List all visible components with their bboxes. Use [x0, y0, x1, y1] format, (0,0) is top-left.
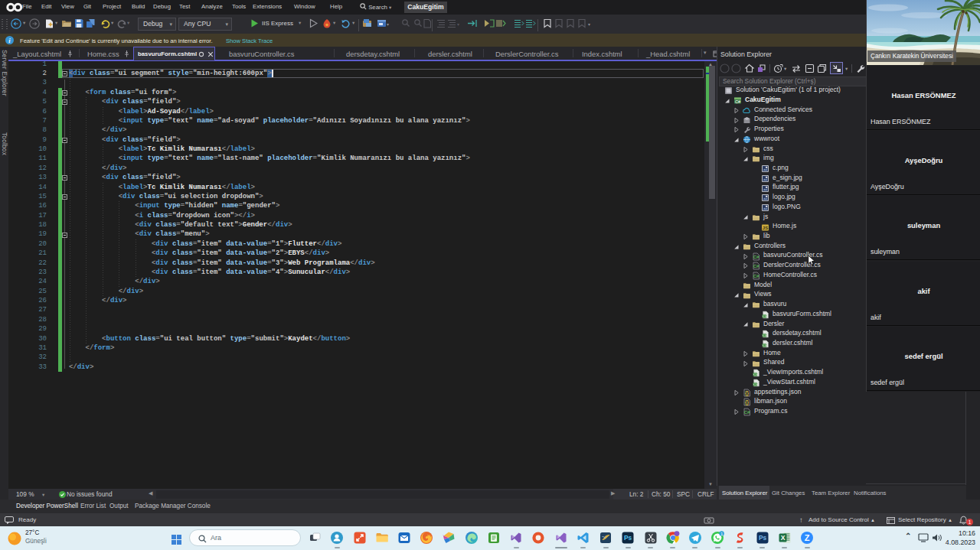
svg-text:Ps: Ps — [624, 534, 632, 542]
svg-text:Z: Z — [805, 533, 810, 542]
svg-text:X: X — [780, 534, 785, 542]
svg-text:Ps: Ps — [758, 534, 766, 542]
